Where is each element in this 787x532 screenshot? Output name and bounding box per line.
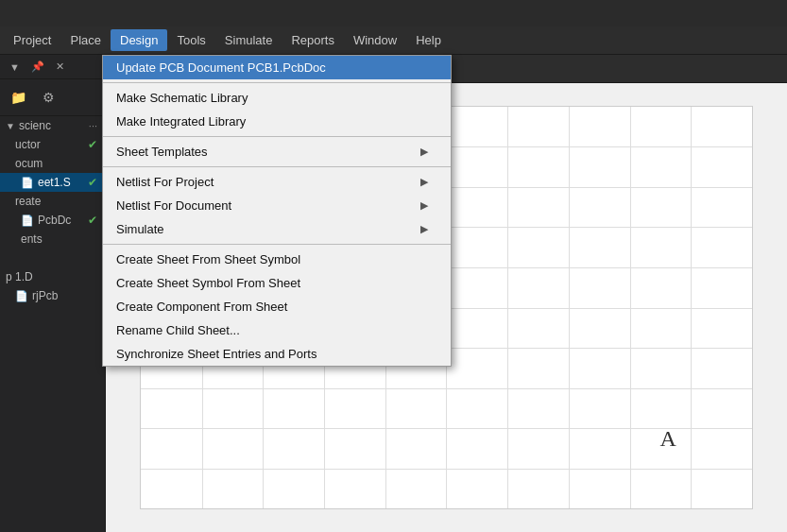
menu-help[interactable]: Help xyxy=(406,29,451,51)
dropdown-item-netlist-document[interactable]: Netlist For Document ▶ xyxy=(103,194,451,217)
dropdown-item-label: Synchronize Sheet Entries and Ports xyxy=(116,347,317,361)
dropdown-item-make-schematic[interactable]: Make Schematic Library xyxy=(103,86,451,110)
dropdown-item-netlist-project[interactable]: Netlist For Project ▶ xyxy=(103,170,451,194)
dropdown-item-rename-child[interactable]: Rename Child Sheet... xyxy=(103,318,451,342)
menu-reports[interactable]: Reports xyxy=(282,29,344,51)
dropdown-item-label: Netlist For Document xyxy=(116,198,231,213)
menu-design[interactable]: Design xyxy=(111,29,167,51)
dropdown-item-sheet-templates[interactable]: Sheet Templates ▶ xyxy=(103,140,451,163)
dropdown-item-make-integrated[interactable]: Make Integrated Library xyxy=(103,110,451,133)
menu-tools[interactable]: Tools xyxy=(167,29,214,51)
dropdown-item-label: Create Sheet Symbol From Sheet xyxy=(116,276,300,290)
submenu-arrow-icon: ▶ xyxy=(420,199,428,212)
dropdown-item-label: Create Sheet From Sheet Symbol xyxy=(116,252,300,266)
dropdown-separator-2 xyxy=(103,136,451,137)
submenu-arrow-icon: ▶ xyxy=(420,146,428,158)
dropdown-item-label: Make Integrated Library xyxy=(116,114,246,129)
menu-window[interactable]: Window xyxy=(344,29,406,51)
dropdown-separator-1 xyxy=(103,82,451,83)
submenu-arrow-icon: ▶ xyxy=(420,223,428,235)
dropdown-overlay: Update PCB Document PCB1.PcbDoc Make Sch… xyxy=(0,55,787,532)
submenu-arrow-icon: ▶ xyxy=(420,176,428,188)
dropdown-item-synchronize[interactable]: Synchronize Sheet Entries and Ports xyxy=(103,342,451,366)
dropdown-item-simulate[interactable]: Simulate ▶ xyxy=(103,217,451,241)
menu-bar: Project Place Design Tools Simulate Repo… xyxy=(0,26,787,55)
dropdown-item-create-sheet[interactable]: Create Sheet From Sheet Symbol xyxy=(103,248,451,271)
menu-simulate[interactable]: Simulate xyxy=(215,29,282,51)
dropdown-item-label: Make Schematic Library xyxy=(116,91,248,105)
dropdown-item-create-component[interactable]: Create Component From Sheet xyxy=(103,295,451,318)
dropdown-separator-3 xyxy=(103,166,451,167)
menu-project[interactable]: Project xyxy=(4,29,60,51)
dropdown-item-label: Sheet Templates xyxy=(116,145,208,159)
dropdown-item-label: Update PCB Document PCB1.PcbDoc xyxy=(116,60,326,75)
menu-place[interactable]: Place xyxy=(60,29,111,51)
dropdown-item-label: Create Component From Sheet xyxy=(116,300,287,314)
dropdown-item-label: Rename Child Sheet... xyxy=(116,323,240,337)
dropdown-item-label: Netlist For Project xyxy=(116,175,214,189)
dropdown-item-update-pcb[interactable]: Update PCB Document PCB1.PcbDoc xyxy=(103,56,451,79)
dropdown-item-create-symbol[interactable]: Create Sheet Symbol From Sheet xyxy=(103,271,451,295)
design-dropdown-menu: Update PCB Document PCB1.PcbDoc Make Sch… xyxy=(102,55,452,367)
dropdown-item-label: Simulate xyxy=(116,222,164,236)
dropdown-separator-4 xyxy=(103,244,451,245)
